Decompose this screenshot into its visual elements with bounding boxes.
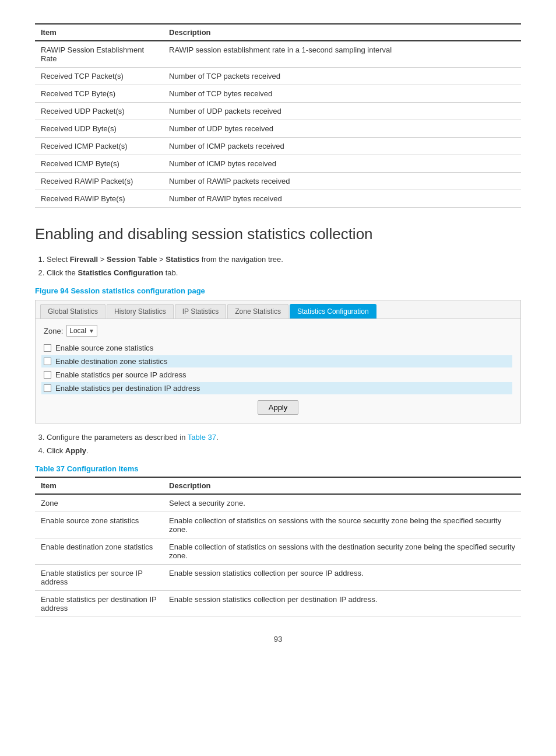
tab-statistics-configuration[interactable]: Statistics Configuration [290, 304, 376, 318]
checkboxes-container: Enable source zone statistics Enable des… [44, 344, 512, 394]
item-cell: Enable destination zone statistics [35, 538, 163, 565]
table37-caption: Table 37 Configuration items [35, 464, 521, 473]
table-row: Received UDP Packet(s) Number of UDP pac… [35, 103, 521, 120]
page-number: 93 [35, 635, 521, 643]
table-row: Enable statistics per destination IP add… [35, 591, 521, 617]
item-cell: RAWIP Session Establishment Rate [35, 41, 163, 68]
checkbox-icon[interactable] [44, 344, 51, 352]
step-2: Click the Statistics Configuration tab. [47, 268, 521, 277]
item-cell: Enable statistics per destination IP add… [35, 591, 163, 617]
zone-row: Zone: Local ▼ [44, 325, 512, 337]
table-row: Received TCP Byte(s) Number of TCP bytes… [35, 85, 521, 103]
apply-button[interactable]: Apply [258, 400, 299, 415]
item-cell: Enable statistics per source IP address [35, 565, 163, 591]
checkbox-row[interactable]: Enable source zone statistics [44, 344, 512, 352]
checkbox-label: Enable statistics per destination IP add… [55, 384, 200, 393]
tabs-bar: Global Statistics History Statistics IP … [36, 300, 520, 319]
table-row: Received ICMP Byte(s) Number of ICMP byt… [35, 155, 521, 173]
checkbox-icon[interactable] [44, 358, 51, 365]
tab-history-statistics[interactable]: History Statistics [107, 304, 174, 318]
description-cell: Number of UDP bytes received [163, 120, 521, 138]
top-data-table: Item Description RAWIP Session Establish… [35, 23, 521, 208]
item-cell: Zone [35, 494, 163, 512]
description-cell: Number of RAWIP packets received [163, 173, 521, 190]
steps-list: Select Firewall > Session Table > Statis… [47, 255, 521, 277]
ui-mockup: Global Statistics History Statistics IP … [35, 300, 521, 424]
table37-item-header: Item [35, 477, 163, 494]
description-cell: Number of ICMP packets received [163, 138, 521, 155]
description-cell: Number of ICMP bytes received [163, 155, 521, 173]
checkbox-label: Enable source zone statistics [55, 344, 153, 352]
checkbox-row[interactable]: Enable statistics per destination IP add… [41, 382, 512, 394]
mockup-body: Zone: Local ▼ Enable source zone statist… [36, 319, 520, 423]
table37: Item Description Zone Select a security … [35, 477, 521, 617]
checkbox-icon[interactable] [44, 371, 51, 379]
item-cell: Received TCP Byte(s) [35, 85, 163, 103]
step-4: Click Apply. [47, 446, 521, 455]
item-cell: Received RAWIP Byte(s) [35, 190, 163, 208]
item-cell: Received RAWIP Packet(s) [35, 173, 163, 190]
zone-select-value: Local [69, 327, 86, 335]
table-row: Received RAWIP Byte(s) Number of RAWIP b… [35, 190, 521, 208]
description-cell: Number of TCP bytes received [163, 85, 521, 103]
tab-global-statistics[interactable]: Global Statistics [40, 304, 105, 318]
checkbox-label: Enable destination zone statistics [55, 357, 167, 366]
description-cell: RAWIP session establishment rate in a 1-… [163, 41, 521, 68]
table-row: Zone Select a security zone. [35, 494, 521, 512]
table37-description-header: Description [163, 477, 521, 494]
table-row: RAWIP Session Establishment Rate RAWIP s… [35, 41, 521, 68]
apply-button-row: Apply [44, 400, 512, 415]
item-cell: Received UDP Byte(s) [35, 120, 163, 138]
table-row: Enable source zone statistics Enable col… [35, 512, 521, 538]
zone-select-arrow-icon: ▼ [89, 328, 94, 334]
item-cell: Received UDP Packet(s) [35, 103, 163, 120]
table37-link[interactable]: Table 37 [188, 433, 216, 442]
table-row: Enable statistics per source IP address … [35, 565, 521, 591]
item-cell: Received TCP Packet(s) [35, 68, 163, 85]
table-row: Enable destination zone statistics Enabl… [35, 538, 521, 565]
description-cell: Enable collection of statistics on sessi… [163, 538, 521, 565]
tab-ip-statistics[interactable]: IP Statistics [175, 304, 226, 318]
step1-session-table: Session Table [107, 255, 157, 264]
section-heading: Enabling and disabling session statistic… [35, 225, 521, 243]
description-cell: Enable session statistics collection per… [163, 591, 521, 617]
step-3: Configure the parameters as described in… [47, 433, 521, 442]
description-cell: Enable collection of statistics on sessi… [163, 512, 521, 538]
step4-apply: Apply [65, 446, 86, 455]
item-cell: Received ICMP Byte(s) [35, 155, 163, 173]
description-cell: Number of UDP packets received [163, 103, 521, 120]
tab-zone-statistics[interactable]: Zone Statistics [227, 304, 288, 318]
step1-statistics: Statistics [166, 255, 199, 264]
figure-caption: Figure 94 Session statistics configurati… [35, 286, 521, 295]
table-row: Received RAWIP Packet(s) Number of RAWIP… [35, 173, 521, 190]
description-cell: Select a security zone. [163, 494, 521, 512]
checkbox-icon[interactable] [44, 384, 51, 392]
top-table-item-header: Item [35, 24, 163, 41]
item-cell: Enable source zone statistics [35, 512, 163, 538]
checkbox-row[interactable]: Enable destination zone statistics [41, 355, 512, 368]
checkbox-label: Enable statistics per source IP address [55, 370, 186, 379]
step1-firewall: Firewall [70, 255, 98, 264]
description-cell: Number of RAWIP bytes received [163, 190, 521, 208]
top-table-description-header: Description [163, 24, 521, 41]
zone-label: Zone: [44, 327, 63, 335]
item-cell: Received ICMP Packet(s) [35, 138, 163, 155]
description-cell: Enable session statistics collection per… [163, 565, 521, 591]
table-row: Received ICMP Packet(s) Number of ICMP p… [35, 138, 521, 155]
steps-cont-list: Configure the parameters as described in… [47, 433, 521, 455]
description-cell: Number of TCP packets received [163, 68, 521, 85]
table-row: Received TCP Packet(s) Number of TCP pac… [35, 68, 521, 85]
step2-tab-name: Statistics Configuration [78, 268, 163, 277]
step-1: Select Firewall > Session Table > Statis… [47, 255, 521, 264]
checkbox-row[interactable]: Enable statistics per source IP address [44, 370, 512, 379]
zone-select[interactable]: Local ▼ [66, 325, 97, 337]
table-row: Received UDP Byte(s) Number of UDP bytes… [35, 120, 521, 138]
